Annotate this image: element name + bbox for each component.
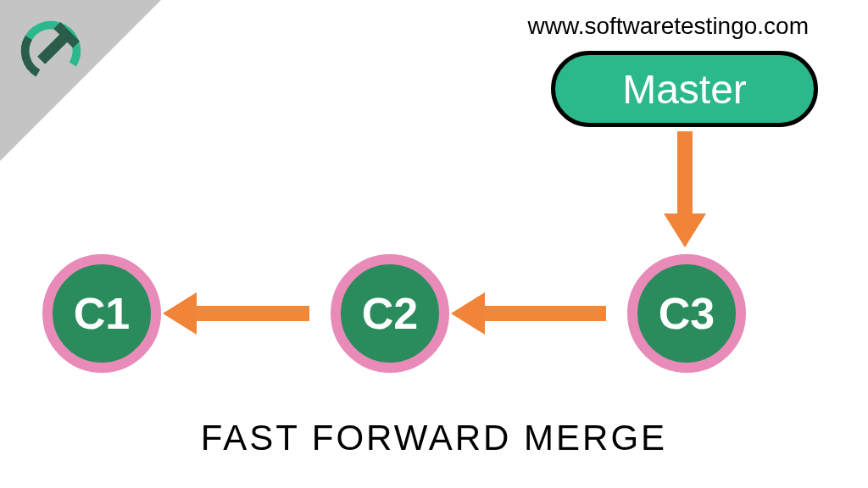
commit-node-c1: C1: [42, 254, 161, 373]
commit-label: C1: [74, 288, 130, 339]
commit-label: C2: [362, 288, 418, 339]
website-url: www.softwaretestingo.com: [528, 13, 809, 40]
arrow-master-to-c3: [677, 131, 693, 216]
commit-node-c3: C3: [627, 254, 746, 373]
commit-node-c2: C2: [331, 254, 449, 373]
branch-label: Master: [622, 66, 747, 113]
commit-label: C3: [659, 288, 715, 339]
arrowhead-left-icon: [451, 292, 485, 335]
branch-badge-master: Master: [551, 51, 818, 127]
arrow-c2-to-c1: [191, 306, 309, 321]
arrowhead-down-icon: [664, 214, 706, 247]
logo-icon: [17, 17, 85, 85]
arrowhead-left-icon: [163, 292, 197, 335]
arrow-c3-to-c2: [479, 306, 606, 321]
diagram-title: FAST FORWARD MERGE: [0, 418, 868, 458]
